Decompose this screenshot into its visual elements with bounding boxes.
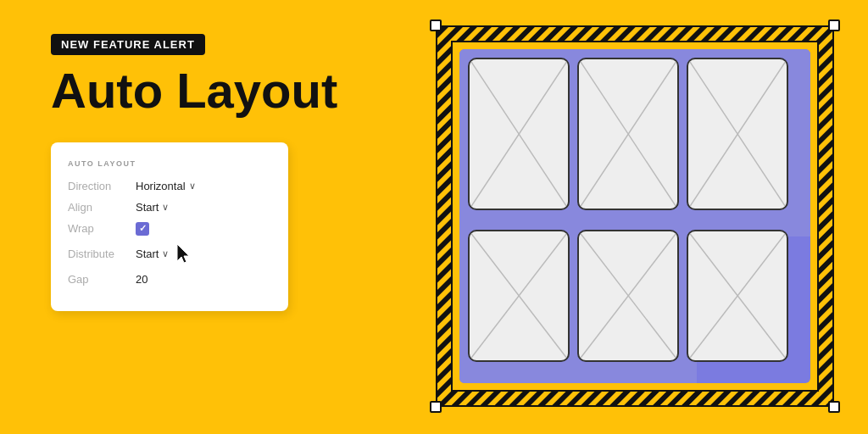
handle-bottom-right[interactable]	[828, 401, 840, 413]
wrap-checkbox[interactable]	[136, 222, 149, 236]
distribute-value: Start	[136, 248, 159, 260]
card-1-placeholder	[470, 59, 568, 209]
card-6	[687, 230, 788, 362]
inner-canvas	[451, 41, 819, 392]
design-canvas	[427, 17, 843, 415]
distribute-row: Distribute Start ∨	[68, 244, 268, 264]
card-4	[468, 230, 570, 362]
card-1	[468, 58, 570, 210]
badge-text: NEW FEATURE ALERT	[61, 38, 195, 51]
direction-value: Horizontal	[136, 180, 186, 192]
page-title: Auto Layout	[51, 65, 373, 117]
feature-badge: NEW FEATURE ALERT	[51, 34, 205, 55]
panel-section-label: AUTO LAYOUT	[68, 159, 268, 168]
auto-layout-panel: AUTO LAYOUT Direction Horizontal ∨ Align…	[51, 142, 288, 311]
card-2	[577, 58, 679, 210]
direction-label: Direction	[68, 180, 136, 192]
card-2-placeholder	[579, 59, 677, 209]
gap-value: 20	[136, 273, 147, 286]
handle-top-left[interactable]	[430, 19, 442, 31]
card-6-placeholder	[688, 231, 787, 360]
distribute-chevron-icon: ∨	[162, 248, 169, 259]
card-3	[687, 58, 788, 210]
card-5	[577, 230, 679, 362]
card-5-placeholder	[579, 231, 677, 360]
wrap-row: Wrap	[68, 222, 268, 236]
wrap-label: Wrap	[68, 222, 136, 235]
card-4-placeholder	[470, 231, 568, 360]
align-select[interactable]: Start ∨	[136, 201, 169, 214]
align-row: Align Start ∨	[68, 201, 268, 214]
svg-marker-0	[177, 244, 189, 263]
left-section: NEW FEATURE ALERT Auto Layout AUTO LAYOU…	[51, 34, 373, 311]
distribute-label: Distribute	[68, 248, 136, 260]
card-3-placeholder	[688, 59, 787, 209]
handle-top-right[interactable]	[828, 19, 840, 31]
align-chevron-icon: ∨	[162, 202, 169, 213]
handle-bottom-left[interactable]	[430, 401, 442, 413]
direction-select[interactable]: Horizontal ∨	[136, 180, 196, 192]
align-label: Align	[68, 201, 136, 214]
direction-chevron-icon: ∨	[189, 181, 196, 192]
align-value: Start	[136, 201, 159, 214]
direction-row: Direction Horizontal ∨	[68, 180, 268, 192]
distribute-select[interactable]: Start ∨	[136, 248, 169, 260]
gap-label: Gap	[68, 273, 136, 286]
gap-row: Gap 20	[68, 273, 268, 286]
canvas-frame	[436, 25, 834, 407]
cursor-icon	[177, 244, 194, 264]
